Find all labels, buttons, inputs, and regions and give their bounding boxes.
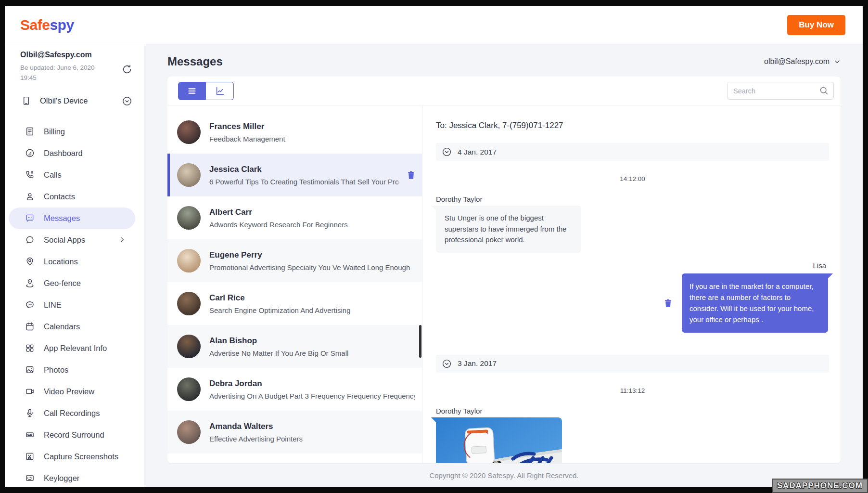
sidebar-item-keylogger[interactable]: Keylogger [9,467,135,487]
contact-name: Eugene Perry [209,250,415,260]
device-icon [21,96,31,106]
message-preview: Effective Advertising Pointers [209,435,415,443]
sidebar-item-contacts[interactable]: Contacts [9,186,135,208]
sidebar-item-label: Messages [44,214,126,223]
message-time: 11:13:12 [436,387,829,394]
conversation-row-jessica-clark[interactable]: Jessica Clark 6 Powerful Tips To Creatin… [167,154,422,196]
safespy-logo[interactable]: Safespy [20,17,74,33]
message-preview: Search Engine Optimization And Advertisi… [209,306,415,314]
search-icon[interactable] [819,86,829,96]
chat-pane: To: Jessica Clark, 7-(759)071-1227 4 Jan… [422,105,841,463]
sidebar-item-line[interactable]: LINE LINE [9,294,135,316]
conversation-row-albert-carr[interactable]: Albert Carr Adwords Keyword Research For… [167,196,422,239]
sidebar-item-label: Capture Screenshots [44,452,126,461]
logo-part-1: Safe [20,17,50,33]
main-content: Messages olbil@Safespy.com [144,44,863,487]
view-toggle [178,82,234,100]
keyboard-icon [25,473,35,483]
calendar-icon [25,322,35,331]
outgoing-message-bubble: If you are in the market for a computer,… [682,273,828,333]
sidebar-item-record-surround[interactable]: Record Surround [9,424,135,446]
message-time: 14:12:00 [436,175,829,182]
copyright-text: Copyright © 2020 Safespy. All Right Rese… [167,471,841,480]
sidebar-item-label: Geo-fence [44,279,126,288]
sidebar-item-label: Contacts [44,192,126,201]
avatar [177,377,201,401]
search-box [727,82,834,100]
sidebar-item-calendars[interactable]: Calendars [9,316,135,337]
top-bar: Safespy Buy Now [5,6,863,44]
conversation-row-debra-jordan[interactable]: Debra Jordan Advertising On A Budget Par… [167,368,422,411]
conversation-row-alan-bishop[interactable]: Alan Bishop Advertise No Matter If You A… [167,325,422,368]
avatar [177,120,201,144]
delete-conversation-icon[interactable] [407,170,415,180]
conversation-list: Frances Miller Feedback Management Jessi… [167,105,422,463]
sidebar-item-calls[interactable]: Calls [9,164,135,186]
screenshot-icon [25,452,35,461]
account-dropdown[interactable]: olbil@Safespy.com [764,57,841,66]
conversation-row-eugene-perry[interactable]: Eugene Perry Promotional Advertising Spe… [167,239,422,282]
phone-icon [25,170,35,180]
chart-view-button[interactable] [206,82,234,100]
sidebar-item-label: Locations [44,257,126,266]
logo-part-2: spy [50,17,74,33]
contact-name: Debra Jordan [209,379,415,389]
message-preview: Advertise No Matter If You Are Big Or Sm… [209,349,415,357]
sidebar-item-dashboard[interactable]: Dashboard [9,143,135,164]
geofence-icon [25,278,35,288]
watermark: SADAPPHONE.COM [772,479,868,493]
sidebar-item-billing[interactable]: Billing [9,121,135,143]
list-scrollbar-thumb[interactable] [419,325,421,358]
device-selector[interactable]: Olbil's Device [5,96,144,106]
sidebar-item-messages[interactable]: Messages [9,208,135,229]
buy-now-button[interactable]: Buy Now [787,15,845,35]
line-icon: LINE [25,300,35,310]
incoming-photo-message[interactable] [436,417,562,464]
conversation-row-frances-miller[interactable]: Frances Miller Feedback Management [167,111,422,154]
contact-name: Amanda Walters [209,422,415,431]
sidebar-item-call-recordings[interactable]: Call Recordings [9,402,135,424]
sidebar-item-video-preview[interactable]: Video Preview [9,381,135,402]
refresh-icon[interactable] [122,64,132,83]
list-view-button[interactable] [178,82,206,100]
message-preview: Feedback Management [209,135,415,143]
avatar [177,292,201,315]
sidebar-item-label: LINE [44,300,126,310]
video-camera-icon [25,387,35,396]
page-title: Messages [167,55,223,68]
search-input[interactable] [727,82,834,100]
sidebar: Olbil@Safespy.com Be updated: June 6, 20… [5,44,144,487]
messages-card: Frances Miller Feedback Management Jessi… [167,77,841,463]
date-label: 3 Jan. 2017 [458,359,497,368]
chevron-down-circle-icon[interactable] [122,96,132,106]
sidebar-item-geo-fence[interactable]: Geo-fence [9,272,135,294]
account-email: Olbil@Safespy.com [5,51,144,59]
sidebar-item-label: Record Surround [44,430,126,440]
sidebar-item-app-relevant-info[interactable]: App Relevant Info [9,337,135,359]
message-sender: Dorothy Taylor [436,407,829,415]
avatar [177,335,201,358]
message-preview: Promotional Advertising Specialty You Ve… [209,263,415,272]
date-group-header-2[interactable]: 3 Jan. 2017 [436,355,829,373]
last-updated-text: Be updated: June 6, 2020 19:45 [20,63,107,83]
app-window: Safespy Buy Now Olbil@Safespy.com Be upd… [5,6,863,487]
contact-name: Frances Miller [209,122,415,131]
sidebar-item-label: Calls [44,170,126,180]
sidebar-item-locations[interactable]: Locations [9,251,135,272]
sidebar-item-label: App Relevant Info [44,344,126,353]
contact-name: Albert Carr [209,208,415,217]
delete-message-icon[interactable] [664,298,672,308]
conversation-row-amanda-walters[interactable]: Amanda Walters Effective Advertising Poi… [167,411,422,454]
sidebar-item-social-apps[interactable]: Social Apps [9,229,135,251]
invoice-icon [25,127,35,136]
date-group-header-1[interactable]: 4 Jan. 2017 [436,143,829,161]
conversation-row-carl-rice[interactable]: Carl Rice Search Engine Optimization And… [167,282,422,325]
sidebar-item-photos[interactable]: Photos [9,359,135,381]
sidebar-item-capture-screenshots[interactable]: Capture Screenshots [9,446,135,467]
card-toolbar [167,77,841,105]
photo-icon [25,365,35,375]
sidebar-item-label: Dashboard [44,149,126,158]
chat-dots-icon [25,213,35,223]
gauge-icon [25,148,35,158]
chat-bubble-icon [25,235,35,245]
